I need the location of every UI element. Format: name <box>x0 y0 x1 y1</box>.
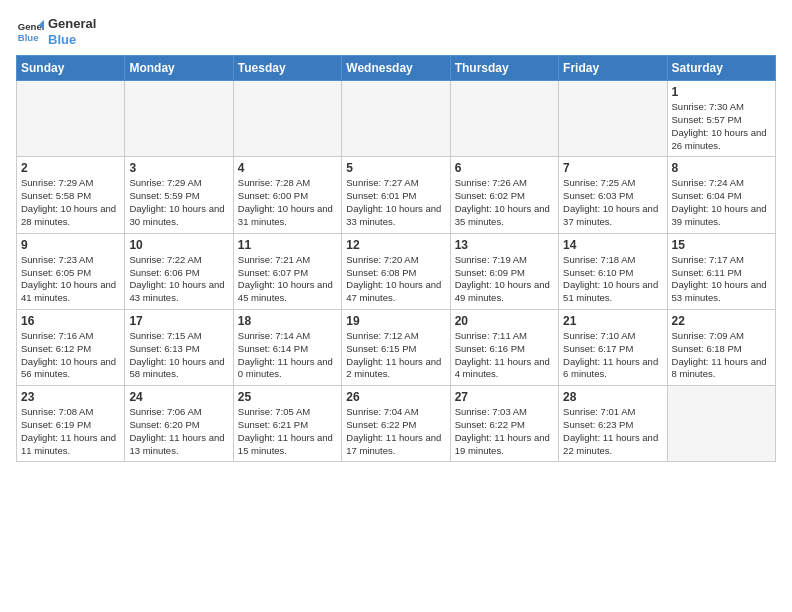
calendar-day-cell: 2Sunrise: 7:29 AM Sunset: 5:58 PM Daylig… <box>17 157 125 233</box>
calendar-day-cell: 6Sunrise: 7:26 AM Sunset: 6:02 PM Daylig… <box>450 157 558 233</box>
day-number: 11 <box>238 238 337 252</box>
day-info: Sunrise: 7:29 AM Sunset: 5:59 PM Dayligh… <box>129 177 228 228</box>
calendar-day-cell: 28Sunrise: 7:01 AM Sunset: 6:23 PM Dayli… <box>559 386 667 462</box>
day-info: Sunrise: 7:06 AM Sunset: 6:20 PM Dayligh… <box>129 406 228 457</box>
day-number: 15 <box>672 238 771 252</box>
calendar-day-cell: 20Sunrise: 7:11 AM Sunset: 6:16 PM Dayli… <box>450 309 558 385</box>
day-info: Sunrise: 7:08 AM Sunset: 6:19 PM Dayligh… <box>21 406 120 457</box>
day-info: Sunrise: 7:10 AM Sunset: 6:17 PM Dayligh… <box>563 330 662 381</box>
calendar-day-cell: 10Sunrise: 7:22 AM Sunset: 6:06 PM Dayli… <box>125 233 233 309</box>
calendar-day-cell: 15Sunrise: 7:17 AM Sunset: 6:11 PM Dayli… <box>667 233 775 309</box>
day-number: 25 <box>238 390 337 404</box>
day-number: 12 <box>346 238 445 252</box>
calendar-day-cell: 18Sunrise: 7:14 AM Sunset: 6:14 PM Dayli… <box>233 309 341 385</box>
day-number: 14 <box>563 238 662 252</box>
day-info: Sunrise: 7:15 AM Sunset: 6:13 PM Dayligh… <box>129 330 228 381</box>
day-number: 2 <box>21 161 120 175</box>
day-info: Sunrise: 7:19 AM Sunset: 6:09 PM Dayligh… <box>455 254 554 305</box>
calendar-week-row: 16Sunrise: 7:16 AM Sunset: 6:12 PM Dayli… <box>17 309 776 385</box>
calendar-day-cell <box>450 81 558 157</box>
day-number: 3 <box>129 161 228 175</box>
day-info: Sunrise: 7:18 AM Sunset: 6:10 PM Dayligh… <box>563 254 662 305</box>
day-info: Sunrise: 7:21 AM Sunset: 6:07 PM Dayligh… <box>238 254 337 305</box>
calendar-table: SundayMondayTuesdayWednesdayThursdayFrid… <box>16 55 776 462</box>
calendar-day-cell: 14Sunrise: 7:18 AM Sunset: 6:10 PM Dayli… <box>559 233 667 309</box>
day-info: Sunrise: 7:22 AM Sunset: 6:06 PM Dayligh… <box>129 254 228 305</box>
calendar-day-cell <box>559 81 667 157</box>
day-number: 10 <box>129 238 228 252</box>
calendar-day-cell <box>233 81 341 157</box>
calendar-day-cell: 7Sunrise: 7:25 AM Sunset: 6:03 PM Daylig… <box>559 157 667 233</box>
calendar-day-cell: 23Sunrise: 7:08 AM Sunset: 6:19 PM Dayli… <box>17 386 125 462</box>
calendar-day-cell: 17Sunrise: 7:15 AM Sunset: 6:13 PM Dayli… <box>125 309 233 385</box>
day-number: 20 <box>455 314 554 328</box>
day-number: 13 <box>455 238 554 252</box>
day-info: Sunrise: 7:11 AM Sunset: 6:16 PM Dayligh… <box>455 330 554 381</box>
day-number: 1 <box>672 85 771 99</box>
calendar-day-cell: 22Sunrise: 7:09 AM Sunset: 6:18 PM Dayli… <box>667 309 775 385</box>
logo: General Blue General Blue <box>16 16 96 47</box>
day-info: Sunrise: 7:12 AM Sunset: 6:15 PM Dayligh… <box>346 330 445 381</box>
day-number: 23 <box>21 390 120 404</box>
weekday-header: Saturday <box>667 56 775 81</box>
day-number: 9 <box>21 238 120 252</box>
svg-text:Blue: Blue <box>18 31 39 42</box>
day-number: 7 <box>563 161 662 175</box>
day-number: 21 <box>563 314 662 328</box>
weekday-header: Wednesday <box>342 56 450 81</box>
calendar-day-cell: 12Sunrise: 7:20 AM Sunset: 6:08 PM Dayli… <box>342 233 450 309</box>
calendar-day-cell: 9Sunrise: 7:23 AM Sunset: 6:05 PM Daylig… <box>17 233 125 309</box>
day-number: 22 <box>672 314 771 328</box>
weekday-header: Sunday <box>17 56 125 81</box>
svg-text:General: General <box>18 21 44 32</box>
day-info: Sunrise: 7:23 AM Sunset: 6:05 PM Dayligh… <box>21 254 120 305</box>
calendar-day-cell: 21Sunrise: 7:10 AM Sunset: 6:17 PM Dayli… <box>559 309 667 385</box>
day-info: Sunrise: 7:24 AM Sunset: 6:04 PM Dayligh… <box>672 177 771 228</box>
logo-icon: General Blue <box>16 18 44 46</box>
day-info: Sunrise: 7:17 AM Sunset: 6:11 PM Dayligh… <box>672 254 771 305</box>
day-number: 27 <box>455 390 554 404</box>
day-info: Sunrise: 7:27 AM Sunset: 6:01 PM Dayligh… <box>346 177 445 228</box>
day-number: 6 <box>455 161 554 175</box>
calendar-day-cell: 8Sunrise: 7:24 AM Sunset: 6:04 PM Daylig… <box>667 157 775 233</box>
day-info: Sunrise: 7:29 AM Sunset: 5:58 PM Dayligh… <box>21 177 120 228</box>
day-info: Sunrise: 7:26 AM Sunset: 6:02 PM Dayligh… <box>455 177 554 228</box>
calendar-day-cell: 19Sunrise: 7:12 AM Sunset: 6:15 PM Dayli… <box>342 309 450 385</box>
day-number: 18 <box>238 314 337 328</box>
calendar-week-row: 1Sunrise: 7:30 AM Sunset: 5:57 PM Daylig… <box>17 81 776 157</box>
day-number: 19 <box>346 314 445 328</box>
day-info: Sunrise: 7:09 AM Sunset: 6:18 PM Dayligh… <box>672 330 771 381</box>
weekday-header: Thursday <box>450 56 558 81</box>
calendar-week-row: 9Sunrise: 7:23 AM Sunset: 6:05 PM Daylig… <box>17 233 776 309</box>
day-number: 17 <box>129 314 228 328</box>
calendar-day-cell: 5Sunrise: 7:27 AM Sunset: 6:01 PM Daylig… <box>342 157 450 233</box>
day-info: Sunrise: 7:04 AM Sunset: 6:22 PM Dayligh… <box>346 406 445 457</box>
day-info: Sunrise: 7:20 AM Sunset: 6:08 PM Dayligh… <box>346 254 445 305</box>
calendar-day-cell: 27Sunrise: 7:03 AM Sunset: 6:22 PM Dayli… <box>450 386 558 462</box>
calendar-day-cell <box>342 81 450 157</box>
day-info: Sunrise: 7:05 AM Sunset: 6:21 PM Dayligh… <box>238 406 337 457</box>
calendar-day-cell: 1Sunrise: 7:30 AM Sunset: 5:57 PM Daylig… <box>667 81 775 157</box>
page-header: General Blue General Blue <box>16 16 776 47</box>
calendar-day-cell <box>667 386 775 462</box>
day-info: Sunrise: 7:30 AM Sunset: 5:57 PM Dayligh… <box>672 101 771 152</box>
day-number: 24 <box>129 390 228 404</box>
calendar-day-cell: 24Sunrise: 7:06 AM Sunset: 6:20 PM Dayli… <box>125 386 233 462</box>
calendar-day-cell: 16Sunrise: 7:16 AM Sunset: 6:12 PM Dayli… <box>17 309 125 385</box>
weekday-header: Monday <box>125 56 233 81</box>
calendar-day-cell <box>125 81 233 157</box>
day-info: Sunrise: 7:25 AM Sunset: 6:03 PM Dayligh… <box>563 177 662 228</box>
weekday-header: Friday <box>559 56 667 81</box>
weekday-header: Tuesday <box>233 56 341 81</box>
calendar-week-row: 2Sunrise: 7:29 AM Sunset: 5:58 PM Daylig… <box>17 157 776 233</box>
day-number: 8 <box>672 161 771 175</box>
day-number: 4 <box>238 161 337 175</box>
calendar-day-cell <box>17 81 125 157</box>
day-number: 26 <box>346 390 445 404</box>
day-info: Sunrise: 7:16 AM Sunset: 6:12 PM Dayligh… <box>21 330 120 381</box>
calendar-day-cell: 11Sunrise: 7:21 AM Sunset: 6:07 PM Dayli… <box>233 233 341 309</box>
calendar-week-row: 23Sunrise: 7:08 AM Sunset: 6:19 PM Dayli… <box>17 386 776 462</box>
day-info: Sunrise: 7:14 AM Sunset: 6:14 PM Dayligh… <box>238 330 337 381</box>
day-info: Sunrise: 7:03 AM Sunset: 6:22 PM Dayligh… <box>455 406 554 457</box>
calendar-day-cell: 26Sunrise: 7:04 AM Sunset: 6:22 PM Dayli… <box>342 386 450 462</box>
